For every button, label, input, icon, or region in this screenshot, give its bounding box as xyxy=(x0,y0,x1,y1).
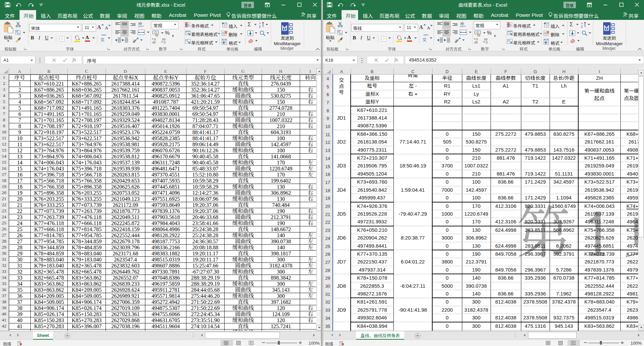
svg-text:≠: ≠ xyxy=(510,24,512,27)
svg-text:.0: .0 xyxy=(485,41,488,44)
svg-text:A: A xyxy=(259,22,261,25)
svg-text:.00: .00 xyxy=(152,41,156,44)
svg-text:.0: .0 xyxy=(163,41,166,44)
svg-text:.00: .00 xyxy=(474,41,478,44)
svg-text:c: c xyxy=(138,25,140,28)
svg-text:ab: ab xyxy=(454,38,459,44)
svg-text:c: c xyxy=(460,25,462,28)
svg-text:ab: ab xyxy=(132,38,137,44)
svg-text:≠: ≠ xyxy=(188,24,190,27)
svg-text:Z: Z xyxy=(259,25,261,28)
svg-text:A: A xyxy=(581,22,583,25)
svg-text:Z: Z xyxy=(581,25,583,28)
